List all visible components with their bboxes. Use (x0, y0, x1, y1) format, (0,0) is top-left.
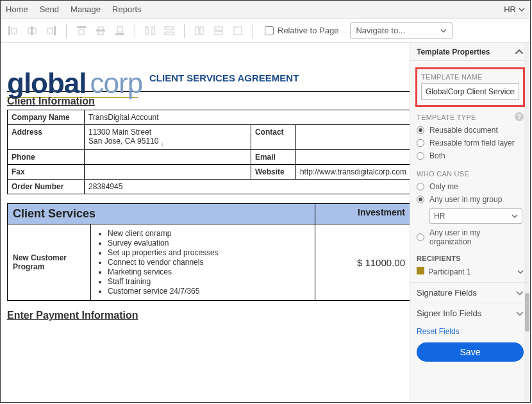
who-option-my-group[interactable]: Any user in my group (417, 193, 524, 206)
svg-rect-13 (152, 27, 154, 35)
navigate-select-label: Navigate to... (356, 26, 405, 35)
save-button[interactable]: Save (417, 342, 524, 362)
services-header-row: Client Services Investment (7, 203, 410, 224)
svg-rect-8 (96, 29, 105, 31)
radio-icon (417, 139, 424, 147)
document-preview: globalcorp CLIENT SERVICES AGREEMENT Cli… (1, 43, 410, 402)
accordion-label: Signature Fields (417, 288, 477, 298)
program-item: Marketing services (108, 267, 310, 276)
label-contact: Contact (251, 125, 295, 150)
svg-rect-17 (200, 27, 203, 35)
program-item: Customer service 24/7/365 (108, 287, 310, 296)
chevron-up-icon (515, 47, 524, 56)
who-option-only-me[interactable]: Only me (417, 180, 524, 193)
who-can-use-label: WHO CAN USE (417, 170, 524, 178)
user-menu[interactable]: HR (504, 4, 525, 14)
program-price: $ 11000.00 (315, 224, 410, 301)
user-menu-label: HR (504, 4, 516, 14)
label-company: Company Name (8, 110, 85, 125)
program-item: Set up properties and processes (108, 248, 310, 257)
type-option-label: Reusable document (429, 126, 498, 135)
caret-down-icon (519, 6, 525, 13)
document-title: CLIENT SERVICES AGREEMENT (149, 72, 299, 83)
type-option-form-layer[interactable]: Reusable form field layer (417, 137, 524, 149)
logo-part1: global (7, 67, 87, 99)
radio-icon (417, 183, 424, 190)
svg-rect-14 (165, 27, 174, 29)
reset-fields-link[interactable]: Reset Fields (410, 323, 530, 340)
svg-rect-6 (77, 26, 86, 28)
panel-header-label: Template Properties (417, 47, 490, 56)
align-tool-5[interactable] (94, 24, 108, 38)
menu-reports[interactable]: Reports (112, 4, 142, 14)
svg-rect-7 (79, 29, 84, 35)
value-company: TransDigital Account (84, 110, 410, 125)
size-tool-1[interactable] (192, 24, 206, 38)
program-name: New Customer Program (8, 224, 91, 301)
who-option-label: Only me (429, 182, 458, 191)
menu-bar: Home Send Manage Reports HR (1, 1, 530, 19)
menu-manage[interactable]: Manage (71, 4, 101, 14)
align-tool-3[interactable] (44, 24, 58, 38)
template-name-highlight: TEMPLATE NAME GlobalCorp Client Services… (415, 67, 525, 107)
template-name-label: TEMPLATE NAME (421, 73, 519, 81)
align-tool-4[interactable] (74, 24, 88, 38)
template-name-input[interactable]: GlobalCorp Client Services Agreement (421, 83, 519, 100)
svg-rect-5 (47, 28, 53, 33)
menu-home[interactable]: Home (6, 4, 28, 14)
svg-rect-20 (234, 27, 242, 35)
relative-to-page-toggle[interactable]: Relative to Page (265, 26, 338, 35)
svg-rect-4 (54, 26, 56, 35)
checkbox-icon (265, 26, 274, 35)
label-website: Website (251, 165, 295, 180)
label-address: Address (8, 125, 85, 150)
help-icon[interactable]: ? (515, 112, 524, 121)
program-item: Survey evaluation (108, 239, 310, 248)
svg-rect-12 (145, 27, 148, 35)
label-email: Email (251, 150, 295, 165)
svg-rect-1 (12, 28, 17, 33)
type-option-label: Both (429, 151, 445, 160)
distribute-tool-2[interactable] (162, 24, 176, 38)
align-tool-1[interactable] (6, 24, 20, 38)
svg-rect-19 (215, 31, 222, 35)
svg-rect-10 (115, 33, 124, 35)
value-order: 28384945 (84, 180, 410, 194)
chevron-down-icon (517, 269, 524, 275)
radio-icon (417, 126, 424, 134)
recipient-color-swatch (417, 267, 424, 274)
investment-header: Investment (315, 204, 410, 224)
value-fax (84, 165, 251, 180)
section-payment: Enter Payment Information (7, 310, 410, 321)
size-tool-3[interactable] (231, 24, 245, 38)
group-select[interactable]: HR (429, 208, 522, 224)
label-fax: Fax (8, 165, 85, 180)
chevron-down-icon (511, 213, 518, 219)
align-tool-6[interactable] (113, 24, 127, 38)
label-order: Order Number (8, 180, 85, 194)
value-phone (84, 150, 251, 165)
distribute-tool-1[interactable] (143, 24, 157, 38)
radio-icon (417, 196, 424, 203)
radio-icon (417, 152, 424, 160)
properties-panel: Template Properties TEMPLATE NAME Global… (410, 43, 530, 402)
navigate-select[interactable]: Navigate to... (350, 22, 453, 39)
value-address: 11300 Main Street San Jose, CA 95110 ↓ (84, 125, 251, 150)
type-option-reusable-doc[interactable]: Reusable document (417, 124, 524, 137)
client-info-table: Company Name TransDigital Account Addres… (7, 110, 410, 194)
accordion-signer-info-fields[interactable]: Signer Info Fields (410, 303, 530, 323)
radio-icon (417, 233, 424, 241)
menu-send[interactable]: Send (40, 4, 59, 14)
type-option-both[interactable]: Both (417, 149, 524, 162)
group-select-value: HR (434, 212, 445, 221)
template-name-value: GlobalCorp Client Services Agreement (426, 87, 515, 96)
template-type-label: TEMPLATE TYPE (417, 114, 476, 121)
accordion-label: Signer Info Fields (417, 308, 481, 318)
panel-header[interactable]: Template Properties (410, 43, 530, 61)
who-option-org[interactable]: Any user in my organization (417, 226, 524, 248)
accordion-signature-fields[interactable]: Signature Fields (410, 282, 530, 303)
size-tool-2[interactable] (212, 24, 226, 38)
recipient-row[interactable]: Participant 1 (417, 265, 524, 278)
align-tool-2[interactable] (25, 24, 39, 38)
svg-rect-16 (195, 27, 199, 35)
